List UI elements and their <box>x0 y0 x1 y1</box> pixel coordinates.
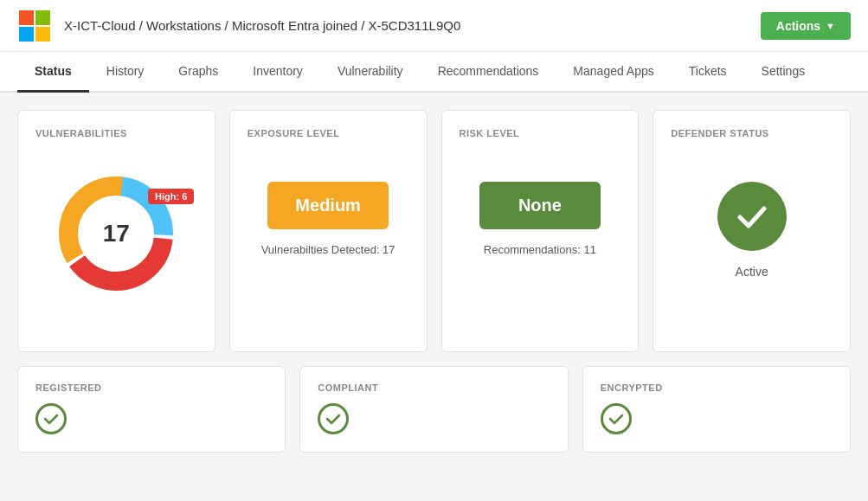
svg-rect-2 <box>19 27 34 42</box>
defender-title: DEFENDER STATUS <box>671 128 768 138</box>
exposure-sub: Vulnerabilties Detected: 17 <box>261 243 395 256</box>
tab-bar: Status History Graphs Inventory Vulnerab… <box>0 52 868 93</box>
risk-sub: Recommendations: 11 <box>484 243 596 256</box>
actions-label: Actions <box>776 19 820 33</box>
encrypted-check-icon <box>601 403 632 434</box>
registered-card: REGISTERED <box>17 366 286 453</box>
vulnerabilities-card: VULNERABILITIES 17 High: 6 <box>17 110 215 352</box>
tab-history[interactable]: History <box>89 52 162 93</box>
svg-rect-3 <box>35 27 50 42</box>
bottom-cards-row: REGISTERED COMPLIANT ENCRYPTED <box>17 366 851 453</box>
encrypted-title: ENCRYPTED <box>601 382 833 393</box>
risk-card: RISK LEVEL None Recommendations: 11 <box>441 110 640 352</box>
encrypted-card: ENCRYPTED <box>582 366 851 453</box>
tab-tickets[interactable]: Tickets <box>672 52 744 93</box>
compliant-title: COMPLIANT <box>318 382 550 393</box>
tab-settings[interactable]: Settings <box>744 52 823 93</box>
main-content: VULNERABILITIES 17 High: 6 EXPO <box>0 93 868 470</box>
exposure-card: EXPOSURE LEVEL Medium Vulnerabilties Det… <box>229 110 428 352</box>
exposure-title: EXPOSURE LEVEL <box>248 128 340 138</box>
compliant-card: COMPLIANT <box>299 366 568 453</box>
chevron-down-icon: ▼ <box>826 21 835 31</box>
vulnerabilities-title: VULNERABILITIES <box>35 128 127 138</box>
compliant-check-icon <box>318 403 349 434</box>
tab-inventory[interactable]: Inventory <box>235 52 320 93</box>
header: X-ICT-Cloud / Workstations / Microsoft E… <box>0 0 868 52</box>
breadcrumb: X-ICT-Cloud / Workstations / Microsoft E… <box>64 18 761 33</box>
windows-logo-icon <box>17 9 52 43</box>
tab-managed-apps[interactable]: Managed Apps <box>556 52 671 93</box>
risk-level-badge: None <box>479 182 601 229</box>
risk-title: RISK LEVEL <box>460 128 520 138</box>
donut-chart: 17 High: 6 <box>47 164 185 303</box>
high-tooltip: High: 6 <box>148 189 194 204</box>
top-cards-row: VULNERABILITIES 17 High: 6 EXPO <box>17 110 851 352</box>
svg-rect-1 <box>35 10 50 25</box>
tab-status[interactable]: Status <box>17 52 89 93</box>
defender-status: Active <box>736 265 768 279</box>
tab-recommendations[interactable]: Recommendations <box>421 52 556 93</box>
tab-graphs[interactable]: Graphs <box>161 52 235 93</box>
vulnerabilities-count: 17 <box>103 220 130 247</box>
registered-title: REGISTERED <box>35 382 267 393</box>
actions-button[interactable]: Actions ▼ <box>761 12 851 40</box>
exposure-level-badge: Medium <box>267 182 389 229</box>
tab-vulnerability[interactable]: Vulnerability <box>320 52 421 93</box>
defender-card: DEFENDER STATUS Active <box>653 110 851 352</box>
registered-check-icon <box>35 403 67 434</box>
svg-rect-0 <box>19 10 34 25</box>
defender-check-icon <box>717 182 787 251</box>
